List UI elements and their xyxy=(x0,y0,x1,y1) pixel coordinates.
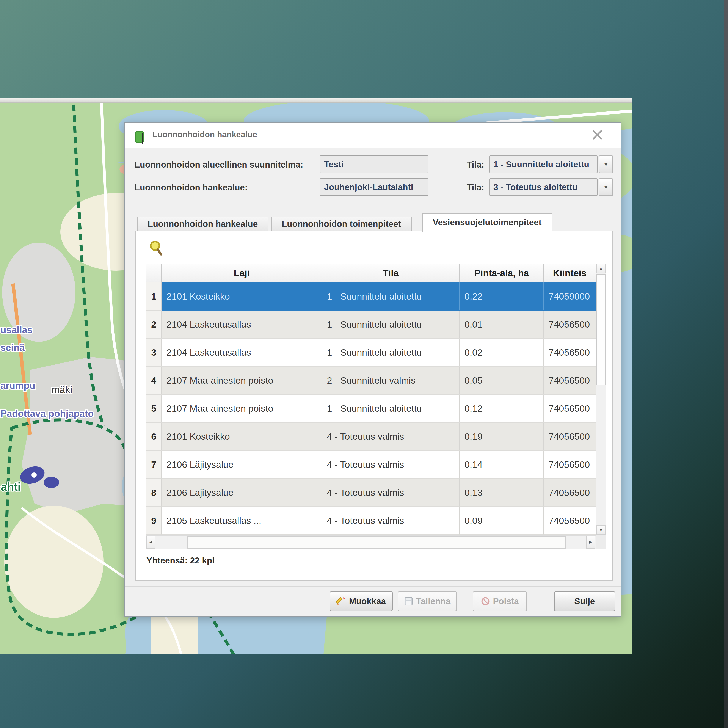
map-label-bay: ahti xyxy=(1,480,21,493)
screen-right-edge xyxy=(724,0,728,728)
table-row[interactable]: 8 2106 Läjitysalue 4 - Toteutus valmis 0… xyxy=(146,479,596,507)
cell-pinta[interactable]: 0,05 xyxy=(460,367,544,395)
tallenna-label: Tallenna xyxy=(416,596,450,606)
row-number: 1 xyxy=(146,283,162,310)
cell-tila[interactable]: 4 - Toteutus valmis xyxy=(322,507,460,535)
map-label-arumpu: arumpu xyxy=(0,380,35,391)
table-row[interactable]: 3 2104 Laskeutusallas 1 - Suunnittelu al… xyxy=(146,338,596,367)
table-header-row: Laji Tila Pinta-ala, ha Kiinteis xyxy=(146,263,596,283)
table-row[interactable]: 1 2101 Kosteikko 1 - Suunnittelu aloitet… xyxy=(146,283,596,310)
cell-laji[interactable]: 2105 Laskeutusallas ... xyxy=(162,507,322,535)
cell-tila[interactable]: 1 - Suunnittelu aloitettu xyxy=(322,395,460,423)
table-row[interactable]: 9 2105 Laskeutusallas ... 4 - Toteutus v… xyxy=(146,507,596,535)
tila-label-1: Tila: xyxy=(466,160,484,170)
row-number: 2 xyxy=(146,310,162,338)
total-count-label: Yhteensä: 22 kpl xyxy=(147,556,214,566)
project-area-field[interactable]: Jouhenjoki-Lautalahti xyxy=(320,178,428,196)
regional-plan-label: Luonnonhoidon alueellinen suunnitelma: xyxy=(135,160,303,170)
cell-laji[interactable]: 2104 Laskeutusallas xyxy=(162,338,322,367)
tila-combo-2-arrow-icon[interactable]: ▼ xyxy=(599,178,613,196)
save-icon xyxy=(404,596,413,606)
button-separator xyxy=(125,586,621,588)
cell-pinta[interactable]: 0,22 xyxy=(460,283,544,310)
map-label-town: mäki xyxy=(51,384,72,395)
delete-icon xyxy=(481,596,490,606)
table-row[interactable]: 2 2104 Laskeutusallas 1 - Suunnittelu al… xyxy=(146,310,596,338)
tallenna-button[interactable]: Tallenna xyxy=(398,591,457,611)
search-icon[interactable] xyxy=(149,240,163,256)
scroll-right-icon[interactable]: ► xyxy=(586,536,595,549)
measures-table[interactable]: Laji Tila Pinta-ala, ha Kiinteis 1 2101 … xyxy=(146,263,596,535)
header-laji[interactable]: Laji xyxy=(162,263,322,283)
tab-luonnonhoidon-toimenpiteet[interactable]: Luonnonhoidon toimenpiteet xyxy=(271,217,411,231)
cell-kiinteisto[interactable]: 74056500 xyxy=(544,451,596,479)
vesiensuojelu-tab-panel: Laji Tila Pinta-ala, ha Kiinteis 1 2101 … xyxy=(135,231,613,581)
cell-tila[interactable]: 1 - Suunnittelu aloitettu xyxy=(322,283,460,310)
cell-laji[interactable]: 2104 Laskeutusallas xyxy=(162,310,322,338)
cell-kiinteisto[interactable]: 74059000 xyxy=(544,283,596,310)
sulje-button[interactable]: Sulje xyxy=(554,591,615,611)
cell-kiinteisto[interactable]: 74056500 xyxy=(544,423,596,451)
cell-kiinteisto[interactable]: 74056500 xyxy=(544,395,596,423)
vertical-scroll-thumb[interactable] xyxy=(596,274,606,385)
header-kiinteisto[interactable]: Kiinteis xyxy=(544,263,596,283)
cell-tila[interactable]: 4 - Toteutus valmis xyxy=(322,479,460,507)
cell-laji[interactable]: 2101 Kosteikko xyxy=(162,283,322,310)
row-number: 4 xyxy=(146,367,162,395)
scroll-left-icon[interactable]: ◄ xyxy=(146,536,155,549)
cell-pinta[interactable]: 0,02 xyxy=(460,338,544,367)
cell-laji[interactable]: 2106 Läjitysalue xyxy=(162,451,322,479)
tila-combo-1[interactable]: 1 - Suunnittelu aloitettu xyxy=(489,156,598,173)
cell-pinta[interactable]: 0,01 xyxy=(460,310,544,338)
sulje-label: Sulje xyxy=(574,596,595,606)
tab-luonnonhoidon-hankealue[interactable]: Luonnonhoidon hankealue xyxy=(137,217,268,231)
regional-plan-field[interactable]: Testi xyxy=(320,156,428,173)
table-row[interactable]: 7 2106 Läjitysalue 4 - Toteutus valmis 0… xyxy=(146,451,596,479)
table-row[interactable]: 5 2107 Maa-ainesten poisto 1 - Suunnitte… xyxy=(146,395,596,423)
header-rownum[interactable] xyxy=(146,263,162,283)
tila-combo-2[interactable]: 3 - Toteutus aloitettu xyxy=(489,178,598,196)
map-label-usallas: usallas xyxy=(0,324,32,335)
cell-pinta[interactable]: 0,14 xyxy=(460,451,544,479)
row-number: 9 xyxy=(146,507,162,535)
cell-pinta[interactable]: 0,09 xyxy=(460,507,544,535)
table-row[interactable]: 6 2101 Kosteikko 4 - Toteutus valmis 0,1… xyxy=(146,423,596,451)
scroll-up-icon[interactable]: ▲ xyxy=(596,264,606,274)
tab-vesiensuojelutoimenpiteet[interactable]: Vesiensuojelutoimenpiteet xyxy=(422,213,552,232)
poista-label: Poista xyxy=(493,596,519,606)
close-icon[interactable] xyxy=(591,128,604,141)
cell-pinta[interactable]: 0,19 xyxy=(460,423,544,451)
cell-kiinteisto[interactable]: 74056500 xyxy=(544,479,596,507)
scroll-down-icon[interactable]: ▼ xyxy=(596,525,606,535)
cell-laji[interactable]: 2101 Kosteikko xyxy=(162,423,322,451)
cell-kiinteisto[interactable]: 74056500 xyxy=(544,310,596,338)
cell-pinta[interactable]: 0,12 xyxy=(460,395,544,423)
cell-tila[interactable]: 1 - Suunnittelu aloitettu xyxy=(322,310,460,338)
poista-button[interactable]: Poista xyxy=(473,591,527,611)
project-area-label: Luonnonhoidon hankealue: xyxy=(135,183,248,192)
table-row[interactable]: 4 2107 Maa-ainesten poisto 2 - Suunnitte… xyxy=(146,367,596,395)
map-toolbar-edge xyxy=(0,98,632,102)
cell-laji[interactable]: 2107 Maa-ainesten poisto xyxy=(162,367,322,395)
muokkaa-button[interactable]: Muokkaa xyxy=(330,591,393,611)
dialog-title: Luonnonhoidon hankealue xyxy=(153,130,257,139)
cell-tila[interactable]: 4 - Toteutus valmis xyxy=(322,423,460,451)
cell-kiinteisto[interactable]: 74056500 xyxy=(544,367,596,395)
dialog-titlebar[interactable]: Luonnonhoidon hankealue xyxy=(125,123,621,148)
header-tila[interactable]: Tila xyxy=(322,263,460,283)
cell-laji[interactable]: 2106 Läjitysalue xyxy=(162,479,322,507)
cell-tila[interactable]: 4 - Toteutus valmis xyxy=(322,451,460,479)
cell-pinta[interactable]: 0,13 xyxy=(460,479,544,507)
cell-kiinteisto[interactable]: 74056500 xyxy=(544,338,596,367)
cell-tila[interactable]: 1 - Suunnittelu aloitettu xyxy=(322,338,460,367)
header-pinta-ala[interactable]: Pinta-ala, ha xyxy=(460,263,544,283)
tila-combo-1-arrow-icon[interactable]: ▼ xyxy=(599,156,613,173)
scrollbar-corner xyxy=(596,535,606,549)
cell-laji[interactable]: 2107 Maa-ainesten poisto xyxy=(162,395,322,423)
row-number: 7 xyxy=(146,451,162,479)
cell-tila[interactable]: 2 - Suunnittelu valmis xyxy=(322,367,460,395)
luonnonhoidon-hankealue-dialog: Luonnonhoidon hankealue Luonnonhoidon al… xyxy=(124,122,621,617)
cell-kiinteisto[interactable]: 74056500 xyxy=(544,507,596,535)
horizontal-scroll-thumb[interactable] xyxy=(187,536,566,549)
map-label-seina: seinä xyxy=(0,342,25,353)
